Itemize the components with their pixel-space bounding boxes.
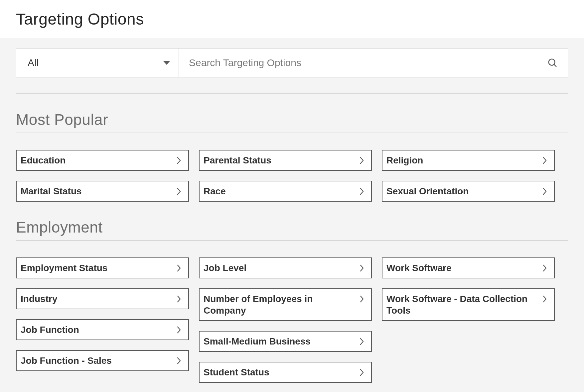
option-employment-status[interactable]: Employment Status: [16, 257, 189, 278]
option-column: Religion Sexual Orientation: [382, 150, 555, 202]
option-label: Job Level: [204, 262, 246, 274]
chevron-right-icon: [359, 265, 365, 271]
divider: [16, 240, 568, 241]
option-label: Student Status: [204, 366, 269, 378]
option-job-function[interactable]: Job Function: [16, 319, 189, 340]
option-label: Race: [204, 185, 226, 197]
section-title-most-popular: Most Popular: [16, 111, 568, 129]
option-marital-status[interactable]: Marital Status: [16, 181, 189, 202]
filter-dropdown[interactable]: All: [16, 48, 179, 77]
option-number-of-employees[interactable]: Number of Employees in Company: [199, 288, 372, 321]
option-label: Small-Medium Business: [204, 336, 311, 347]
filter-selected-label: All: [28, 57, 39, 68]
search-input-container: [179, 48, 568, 77]
chevron-right-icon: [176, 265, 182, 271]
divider: [16, 93, 568, 94]
option-label: Education: [21, 154, 66, 166]
option-industry[interactable]: Industry: [16, 288, 189, 309]
most-popular-grid: Education Marital Status Parental Status…: [16, 150, 568, 202]
section-title-employment: Employment: [16, 218, 568, 236]
option-label: Work Software: [386, 262, 452, 274]
chevron-right-icon: [359, 296, 365, 302]
option-parental-status[interactable]: Parental Status: [199, 150, 372, 171]
chevron-right-icon: [541, 188, 548, 195]
option-column: Work Software Work Software - Data Colle…: [382, 257, 555, 321]
chevron-right-icon: [176, 188, 182, 195]
chevron-right-icon: [541, 265, 548, 271]
search-input[interactable]: [189, 57, 547, 68]
option-column: Job Level Number of Employees in Company…: [199, 257, 372, 383]
caret-down-icon: [163, 61, 170, 65]
option-label: Parental Status: [204, 154, 271, 166]
option-label: Work Software - Data Collection Tools: [386, 293, 537, 316]
chevron-right-icon: [541, 296, 548, 302]
chevron-right-icon: [176, 357, 182, 364]
option-label: Job Function - Sales: [21, 355, 112, 366]
option-label: Employment Status: [21, 262, 107, 274]
option-student-status[interactable]: Student Status: [199, 362, 372, 383]
chevron-right-icon: [176, 157, 182, 164]
chevron-right-icon: [176, 327, 182, 333]
option-small-medium-business[interactable]: Small-Medium Business: [199, 331, 372, 352]
page-title: Targeting Options: [16, 10, 568, 28]
chevron-right-icon: [176, 296, 182, 302]
option-race[interactable]: Race: [199, 181, 372, 202]
option-column: Education Marital Status: [16, 150, 189, 202]
option-job-level[interactable]: Job Level: [199, 257, 372, 278]
option-label: Industry: [21, 293, 57, 305]
chevron-right-icon: [541, 157, 548, 164]
divider: [16, 133, 568, 133]
option-label: Sexual Orientation: [386, 185, 469, 197]
chevron-right-icon: [359, 188, 365, 195]
chevron-right-icon: [359, 157, 365, 164]
option-sexual-orientation[interactable]: Sexual Orientation: [382, 181, 555, 202]
option-work-software-data-collection[interactable]: Work Software - Data Collection Tools: [382, 288, 555, 321]
option-label: Job Function: [21, 324, 79, 336]
option-column: Employment Status Industry Job Function …: [16, 257, 189, 371]
option-job-function-sales[interactable]: Job Function - Sales: [16, 350, 189, 371]
option-label: Marital Status: [21, 185, 82, 197]
search-icon[interactable]: [547, 57, 558, 68]
option-label: Number of Employees in Company: [204, 293, 355, 316]
option-education[interactable]: Education: [16, 150, 189, 171]
option-column: Parental Status Race: [199, 150, 372, 202]
option-religion[interactable]: Religion: [382, 150, 555, 171]
chevron-right-icon: [359, 338, 365, 345]
content-area: All Most Popular Education Marital Statu…: [0, 38, 584, 392]
search-bar: All: [16, 48, 568, 77]
page-header: Targeting Options: [0, 0, 584, 38]
option-work-software[interactable]: Work Software: [382, 257, 555, 278]
svg-line-1: [554, 64, 556, 66]
option-label: Religion: [386, 154, 423, 166]
chevron-right-icon: [359, 369, 365, 376]
employment-grid: Employment Status Industry Job Function …: [16, 257, 568, 383]
